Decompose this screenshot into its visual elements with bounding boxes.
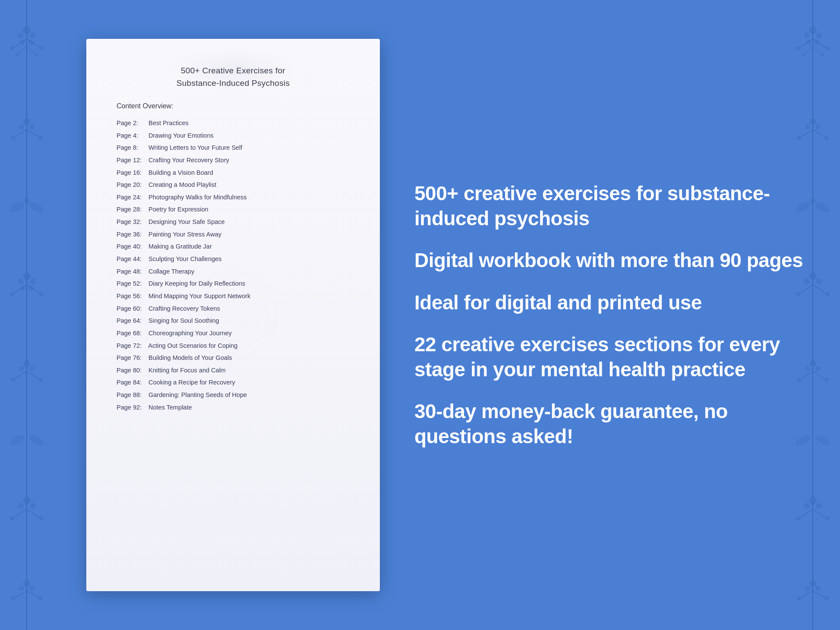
toc-page-number: Page 76:	[117, 353, 147, 363]
svg-point-39	[39, 378, 42, 381]
toc-page-number: Page 92:	[117, 402, 147, 413]
svg-line-7	[27, 39, 40, 47]
toc-page-number: Page 72:	[117, 340, 147, 351]
toc-title: Cooking a Recipe for Recovery	[147, 377, 235, 388]
svg-point-108	[797, 597, 801, 600]
svg-line-36	[15, 371, 27, 379]
document-page: 500+ Creative Exercises for Substance-In…	[86, 39, 380, 591]
svg-point-1	[23, 27, 30, 34]
toc-page-number: Page 56:	[117, 291, 147, 302]
svg-line-53	[27, 591, 39, 598]
svg-point-51	[30, 586, 34, 591]
svg-line-73	[801, 129, 813, 137]
toc-title: Diary Keeping for Daily Reflections	[147, 278, 245, 289]
toc-title: Collage Therapy	[147, 266, 194, 277]
toc-title: Drawing Your Emotions	[147, 130, 214, 141]
table-row: Page 60: Crafting Recovery Tokens	[117, 303, 350, 314]
table-row: Page 76: Building Models of Your Goals	[117, 353, 350, 363]
svg-point-12	[16, 54, 19, 56]
svg-point-72	[816, 125, 820, 129]
table-row: Page 52: Diary Keeping for Daily Reflect…	[117, 278, 350, 289]
table-row: Page 88: Gardening: Planting Seeds of Ho…	[117, 390, 350, 400]
table-row: Page 20: Creating a Mood Playlist	[117, 180, 350, 190]
svg-line-52	[15, 591, 27, 598]
svg-point-44	[30, 503, 35, 508]
table-row: Page 56: Mind Mapping Your Support Netwo…	[117, 291, 350, 302]
table-row: Page 44: Sculpting Your Challenges	[117, 254, 350, 265]
left-floral-decoration	[0, 0, 54, 630]
svg-point-103	[810, 580, 816, 586]
svg-point-71	[805, 125, 810, 129]
toc-page-number: Page 24:	[117, 192, 147, 203]
svg-line-67	[813, 45, 821, 54]
svg-point-64	[796, 47, 800, 50]
svg-line-74	[813, 129, 825, 137]
svg-point-54	[11, 597, 15, 600]
table-row: Page 2: Best Practices	[117, 118, 350, 129]
svg-point-68	[802, 54, 805, 56]
toc-page-number: Page 80:	[117, 365, 147, 376]
svg-line-99	[800, 509, 813, 518]
svg-point-65	[826, 47, 829, 50]
svg-line-63	[813, 39, 826, 47]
svg-point-34	[19, 366, 24, 371]
table-row: Page 68: Choreographing Your Journey	[117, 328, 350, 339]
svg-point-104	[805, 586, 810, 591]
svg-point-97	[804, 503, 809, 508]
svg-point-102	[826, 517, 829, 520]
table-row: Page 4: Drawing Your Emotions	[117, 130, 350, 141]
table-row: Page 36: Painting Your Stress Away	[117, 229, 350, 240]
svg-point-98	[816, 503, 821, 508]
svg-point-26	[30, 279, 35, 284]
svg-point-13	[35, 54, 38, 56]
svg-point-19	[11, 136, 15, 140]
right-floral-decoration	[786, 0, 840, 630]
toc-page-number: Page 68:	[117, 328, 147, 339]
svg-point-88	[805, 366, 810, 371]
svg-point-16	[30, 125, 34, 129]
svg-point-93	[825, 378, 828, 381]
toc-page-number: Page 20:	[117, 180, 147, 190]
toc-page-number: Page 36:	[117, 229, 147, 240]
toc-page-number: Page 40:	[117, 241, 147, 252]
table-row: Page 72: Acting Out Scenarios for Coping	[117, 340, 350, 351]
svg-point-23	[24, 198, 29, 203]
svg-point-42	[23, 497, 30, 504]
table-row: Page 64: Singing for Soul Soothing	[117, 315, 350, 326]
svg-point-24	[23, 273, 30, 280]
toc-page-number: Page 12:	[117, 155, 147, 166]
svg-point-49	[24, 580, 30, 586]
right-features: 500+ creative exercises for substance-in…	[380, 181, 805, 449]
document-content: 500+ Creative Exercises for Substance-In…	[117, 65, 350, 413]
feature-item: 22 creative exercises sections for every…	[414, 332, 805, 382]
svg-point-70	[810, 119, 816, 125]
svg-point-41	[28, 433, 44, 447]
feature-item: 500+ creative exercises for substance-in…	[414, 181, 805, 231]
svg-point-94	[795, 433, 812, 447]
feature-item: 30-day money-back guarantee, no question…	[414, 399, 805, 449]
svg-line-11	[27, 45, 35, 54]
svg-line-45	[14, 509, 27, 518]
svg-point-8	[10, 47, 14, 50]
table-row: Page 16: Building a Vision Board	[117, 167, 350, 178]
table-row: Page 80: Knitting for Focus and Calm	[117, 365, 350, 376]
svg-line-91	[813, 371, 825, 379]
svg-point-87	[810, 360, 816, 366]
table-row: Page 8: Writing Letters to Your Future S…	[117, 142, 350, 153]
toc-title: Singing for Soul Soothing	[147, 315, 219, 326]
svg-point-20	[39, 136, 42, 140]
svg-point-43	[18, 503, 23, 508]
table-row: Page 12: Crafting Your Recovery Story	[117, 155, 350, 166]
svg-point-15	[19, 125, 24, 129]
svg-line-66	[805, 45, 813, 54]
svg-point-77	[795, 200, 812, 214]
svg-line-37	[27, 371, 39, 379]
svg-point-86	[826, 293, 829, 296]
toc-page-number: Page 2:	[117, 118, 147, 129]
toc-title: Making a Gratitude Jar	[147, 241, 212, 252]
svg-line-17	[15, 129, 27, 137]
svg-point-38	[11, 378, 15, 381]
svg-line-6	[14, 39, 27, 47]
svg-point-22	[28, 200, 44, 214]
toc-title: Acting Out Scenarios for Coping	[147, 340, 237, 351]
